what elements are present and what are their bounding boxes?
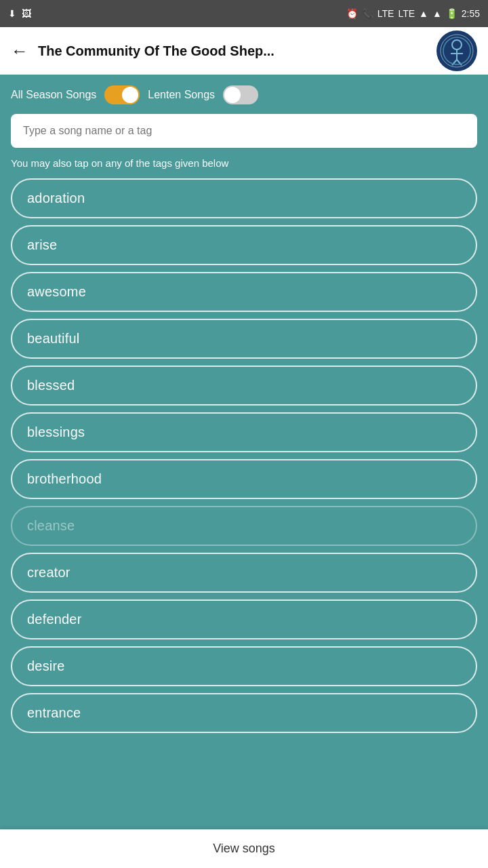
- toggle-row: All Season Songs Lenten Songs: [11, 85, 477, 104]
- tag-item[interactable]: entrance: [11, 693, 477, 733]
- lte-indicator-2: LTE: [398, 8, 415, 19]
- helper-text: You may also tap on any of the tags give…: [11, 157, 477, 169]
- app-logo: [436, 31, 477, 71]
- tag-list: adorationariseawesomebeautifulblessedble…: [11, 178, 477, 733]
- tag-item[interactable]: cleanse: [11, 506, 477, 546]
- tag-item[interactable]: brotherhood: [11, 459, 477, 499]
- notification-icon: ⬇: [8, 8, 16, 19]
- time: 2:55: [462, 8, 480, 19]
- lenten-toggle[interactable]: [223, 85, 258, 104]
- lte-indicator-1: LTE: [378, 8, 394, 19]
- search-input[interactable]: [11, 114, 477, 148]
- all-season-toggle[interactable]: [104, 85, 140, 104]
- status-icons-left: ⬇ 🖼: [8, 8, 31, 19]
- all-season-label: All Season Songs: [11, 89, 96, 101]
- signal-icon-2: ▲: [432, 8, 442, 19]
- tag-item[interactable]: awesome: [11, 272, 477, 312]
- tag-item[interactable]: desire: [11, 646, 477, 686]
- signal-icon: ▲: [419, 8, 428, 19]
- battery-icon: 🔋: [446, 8, 458, 19]
- tag-item[interactable]: blessings: [11, 412, 477, 452]
- phone-icon: 📞: [362, 8, 373, 19]
- tag-item[interactable]: beautiful: [11, 319, 477, 359]
- tag-item[interactable]: blessed: [11, 366, 477, 406]
- logo-svg: [440, 34, 474, 68]
- image-icon: 🖼: [22, 8, 31, 19]
- lenten-label: Lenten Songs: [148, 89, 215, 101]
- status-bar: ⬇ 🖼 ⏰ 📞 LTE LTE ▲ ▲ 🔋 2:55: [0, 0, 488, 27]
- alarm-icon: ⏰: [346, 8, 358, 19]
- app-bar: ← The Community Of The Good Shep...: [0, 27, 488, 75]
- tag-item[interactable]: adoration: [11, 178, 477, 218]
- page-title: The Community Of The Good Shep...: [38, 43, 436, 59]
- back-button[interactable]: ←: [11, 41, 28, 62]
- tag-item[interactable]: creator: [11, 553, 477, 593]
- tag-item[interactable]: defender: [11, 599, 477, 639]
- main-content: All Season Songs Lenten Songs You may al…: [0, 75, 488, 868]
- status-icons-right: ⏰ 📞 LTE LTE ▲ ▲ 🔋 2:55: [346, 8, 480, 19]
- view-songs-button[interactable]: View songs: [0, 829, 488, 868]
- tag-item[interactable]: arise: [11, 225, 477, 265]
